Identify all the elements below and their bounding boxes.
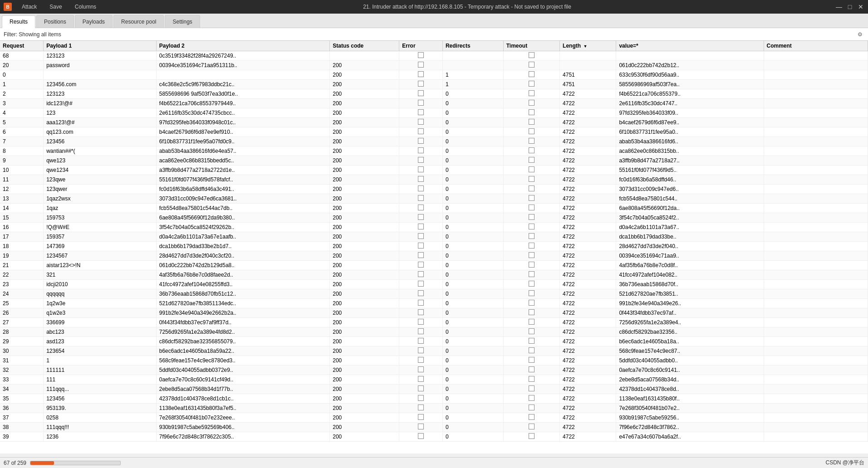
table-row[interactable]: 30123654b6ec6adc1e4605ba18a59a22..200047… <box>0 346 868 356</box>
status-right-text: CSDN @净平台 <box>825 459 864 467</box>
progress-bar-fill <box>30 461 54 465</box>
window-controls: — □ ✕ <box>835 3 864 10</box>
progress-bar-container <box>30 461 121 465</box>
table-row[interactable]: 38111qqq!!!930b91987c5abe592569b406..200… <box>0 423 868 432</box>
table-row[interactable]: 1123456.comc4c368e2c5c9f67983ddbc21c..20… <box>0 80 868 89</box>
table-row[interactable]: 20password00394ce351694c71aa951311b..200… <box>0 61 868 70</box>
table-row[interactable]: 18147369dca1bb6b179dad33be2b1d7..2000472… <box>0 242 868 251</box>
table-row[interactable]: 6qq123.comb4caef2679d6f6d87ee9ef910..200… <box>0 127 868 137</box>
table-row[interactable]: 321111115ddfd03c404055adbb0372e9..200047… <box>0 366 868 375</box>
table-row[interactable]: 331110aefca7e70c8c60c9141cf49d..20004722… <box>0 375 868 385</box>
results-table: Request Payload 1 Payload 2 Status code … <box>0 41 868 442</box>
table-row[interactable]: 11123qwe55161f0fd077f436f9d578fafcf..200… <box>0 175 868 185</box>
tab-payloads[interactable]: Payloads <box>75 15 113 28</box>
table-row[interactable]: 29asd123c86dcf58292bae32356855079..20004… <box>0 337 868 346</box>
col-header-timeout[interactable]: Timeout <box>503 41 559 51</box>
table-row[interactable]: 3idc123!@#f4b65221ca706c85537979449..200… <box>0 99 868 108</box>
table-row[interactable]: 020014751633c9530f6df90d56aa9.. <box>0 70 868 80</box>
table-row[interactable]: 141qazfcb554d8ea75801c544ac7db..20004722… <box>0 204 868 213</box>
table-row[interactable]: 8wantian##*(abab53b4aa386616fd6e4ea57..2… <box>0 146 868 156</box>
col-header-payload2[interactable]: Payload 2 <box>156 41 330 51</box>
col-header-comment[interactable]: Comment <box>764 41 868 51</box>
table-row[interactable]: 151597536ae808a45f56690f12da9b380..20004… <box>0 213 868 223</box>
table-row[interactable]: 21aistar123<>!N061d0c222bb742d2b129d5a8.… <box>0 261 868 270</box>
close-button[interactable]: ✕ <box>857 3 864 10</box>
filter-icon[interactable]: ⚙ <box>855 30 864 39</box>
table-row[interactable]: 21231235855698696 9af503f7ea3d0f1e..2000… <box>0 89 868 99</box>
results-table-container[interactable]: Request Payload 1 Payload 2 Status code … <box>0 41 868 453</box>
table-row[interactable]: 12123qwerfc0d16f63b6a58dffd46a3c491..200… <box>0 185 868 194</box>
filter-bar: Filter: Showing all items ⚙ <box>0 28 868 41</box>
table-row[interactable]: 34111qqq...2ebe8d5aca07568b34d1f77b..200… <box>0 385 868 394</box>
tab-settings[interactable]: Settings <box>165 15 200 28</box>
tabs-bar: Results Positions Payloads Resource pool… <box>0 14 868 28</box>
table-row[interactable]: 223214af35fb6a76b8e7c0d8faee2d..20004722… <box>0 270 868 280</box>
col-header-length[interactable]: Length ▼ <box>560 41 616 51</box>
table-row[interactable]: 9qwe123aca862ee0c86b8315bbedd5c..2000472… <box>0 156 868 166</box>
menu-columns[interactable]: Columns <box>72 3 99 11</box>
title-bar-left: B Attack Save Columns <box>4 3 99 11</box>
col-header-error[interactable]: Error <box>399 41 443 51</box>
table-row[interactable]: 251q2w3e521d627820ae7fb3851134edc..20004… <box>0 299 868 308</box>
table-row[interactable]: 3512345642378dd1c404378ce8d1cb1c..200047… <box>0 394 868 404</box>
tab-results[interactable]: Results <box>2 15 35 28</box>
table-row[interactable]: 28abc1237256d9265fa1e2a389e4fd8d2..20004… <box>0 327 868 337</box>
table-row[interactable]: 19123456728d4627dd7d3de2f040c3cf20..2000… <box>0 251 868 261</box>
table-row[interactable]: 71234566f10b837731f1fee95a07fd0c9..20004… <box>0 137 868 146</box>
tab-resource-pool[interactable]: Resource pool <box>113 15 164 28</box>
minimize-button[interactable]: — <box>835 3 843 10</box>
table-row[interactable]: 26q1w2e3991b2fe34e940a349e2662b2a..20004… <box>0 308 868 318</box>
menu-attack[interactable]: Attack <box>19 3 39 11</box>
table-row[interactable]: 10qwe1234a3ffb9b8d477a2718a2722d1e..2000… <box>0 166 868 175</box>
table-row[interactable]: 273366990f443f34fdbb37ec97af9ff37d..2000… <box>0 318 868 327</box>
status-bar: 67 of 259 CSDN @净平台 <box>0 457 868 468</box>
maximize-button[interactable]: □ <box>846 3 853 10</box>
table-row[interactable]: 5aaa123!@#97fd3295feb364033f0948c01c..20… <box>0 118 868 127</box>
col-header-redirect[interactable]: Redirects <box>442 41 503 51</box>
table-row[interactable]: 23idcji201041fcc4972afef104e08255ffd3..2… <box>0 280 868 289</box>
col-header-status[interactable]: Status code <box>330 41 399 51</box>
status-count: 67 of 259 <box>4 460 26 466</box>
table-row[interactable]: 311568c9feae157e4c9ec8780ed3..200047225d… <box>0 356 868 366</box>
col-header-value[interactable]: value=* <box>616 41 764 51</box>
table-row[interactable]: 36953139.1138e0eaf1631435b80f3a7ef5..200… <box>0 404 868 413</box>
table-row[interactable]: 131qaz2wsx3073d31cc009c947ed6ca3681..200… <box>0 194 868 204</box>
table-row[interactable]: 41232e6116fb35c30dc474735cbcc..200047229… <box>0 108 868 118</box>
table-row[interactable]: 16!Q@W#E3f54c7b04a05ca8524f29262b..20004… <box>0 223 868 232</box>
tab-positions[interactable]: Positions <box>36 15 74 28</box>
table-row[interactable]: 17159357d0a4c2a6b1101a73a67e1aafb..20004… <box>0 232 868 242</box>
col-header-payload1[interactable]: Payload 1 <box>44 41 157 51</box>
window-title: 21. Intruder attack of http://192.168.8.… <box>99 4 835 10</box>
table-body: 681231230c3519f33482f28f4a29267249..20pa… <box>0 51 868 442</box>
col-header-request[interactable]: Request <box>0 41 44 51</box>
filter-text: Filter: Showing all items <box>4 31 855 38</box>
table-header-row: Request Payload 1 Payload 2 Status code … <box>0 41 868 51</box>
table-row[interactable]: 3912367f96e6c72d848c3f78622c305..2000472… <box>0 432 868 442</box>
table-row[interactable]: 681231230c3519f33482f28f4a29267249.. <box>0 51 868 61</box>
menu-save[interactable]: Save <box>47 3 64 11</box>
table-row[interactable]: 24qqqqqq36b736eaab15868d70fb51c12..20004… <box>0 289 868 299</box>
title-bar: B Attack Save Columns 21. Intruder attac… <box>0 0 868 14</box>
app-icon: B <box>4 3 12 11</box>
table-row[interactable]: 3702587e268f30540f481b07e232eee..2000472… <box>0 413 868 423</box>
